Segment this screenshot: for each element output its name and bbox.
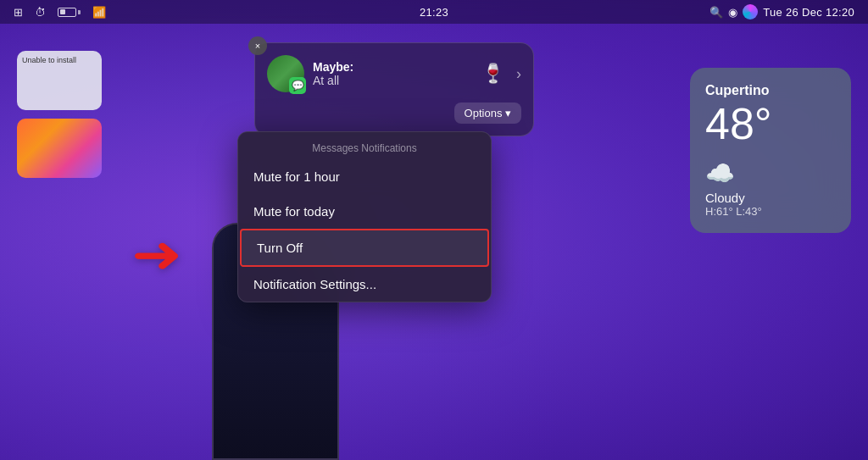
notification-settings-item[interactable]: Notification Settings... — [238, 267, 491, 302]
control-center-icon[interactable]: ◉ — [728, 6, 737, 19]
close-button[interactable]: × — [248, 36, 267, 55]
avatar-container: 💬 — [267, 55, 304, 92]
weather-condition: Cloudy — [705, 191, 836, 205]
app-badge: 💬 — [289, 77, 306, 94]
desktop: ⊞ ⏱ 📶 21:23 🔍 ◉ Tue 26 Dec 12:20 Unable … — [0, 0, 868, 460]
error-thumb: Unable to install — [17, 51, 102, 110]
menubar-left-icons: ⊞ ⏱ 📶 — [14, 6, 106, 19]
siri-icon[interactable] — [743, 4, 758, 19]
menubar: ⊞ ⏱ 📶 21:23 🔍 ◉ Tue 26 Dec 12:20 — [0, 0, 868, 24]
app-thumbnails: Unable to install — [17, 51, 102, 178]
mute-today-item[interactable]: Mute for today — [238, 194, 491, 229]
notification-area: × 💬 Maybe: At all 🍷 › Options ▾ — [254, 42, 534, 145]
notification-message: At all — [313, 74, 466, 87]
notification-header: 💬 Maybe: At all 🍷 › — [267, 55, 521, 92]
turn-off-item[interactable]: Turn Off — [240, 229, 489, 267]
menubar-right: 🔍 ◉ Tue 26 Dec 12:20 — [709, 4, 854, 19]
wallpaper-thumb — [17, 119, 102, 178]
chevron-right-icon: › — [516, 65, 521, 83]
menubar-date: Tue 26 Dec 12:20 — [763, 6, 854, 19]
context-menu-header: Messages Notifications — [238, 132, 491, 159]
notification-card: × 💬 Maybe: At all 🍷 › Options ▾ — [254, 42, 534, 136]
options-area: Options ▾ — [267, 99, 521, 124]
notification-sender: Maybe: — [313, 60, 466, 74]
options-button[interactable]: Options ▾ — [454, 103, 521, 124]
context-menu: Messages Notifications Mute for 1 hour M… — [237, 131, 492, 302]
menubar-time: 21:23 — [420, 6, 448, 19]
search-icon[interactable]: 🔍 — [709, 6, 723, 19]
weather-temperature: 48° — [705, 102, 836, 146]
timer-icon: ⏱ — [35, 6, 46, 19]
notification-text: Maybe: At all — [313, 60, 466, 87]
weather-city: Cupertino — [705, 83, 836, 98]
battery-indicator — [58, 8, 81, 17]
bezel-icon: ⊞ — [14, 6, 23, 19]
red-arrow: ➜ — [131, 224, 182, 284]
mute-1hour-item[interactable]: Mute for 1 hour — [238, 159, 491, 194]
cloud-icon: ☁️ — [705, 159, 735, 187]
weather-widget: Cupertino 48° ☁️ Cloudy H:61° L:43° — [690, 68, 851, 233]
weather-range: H:61° L:43° — [705, 205, 836, 218]
notification-emoji: 🍷 — [481, 63, 504, 85]
menubar-center: 21:23 — [420, 6, 448, 19]
wifi-icon: 📶 — [92, 6, 106, 19]
weather-condition-row: ☁️ — [705, 159, 836, 187]
